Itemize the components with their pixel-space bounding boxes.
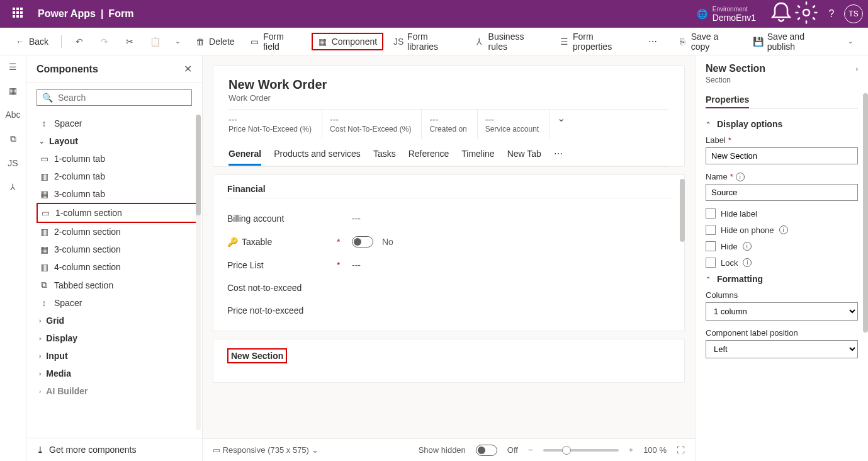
kpi-cost-nte[interactable]: ---Cost Not-To-Exceed (%) <box>330 110 422 139</box>
canvas-scrollbar-thumb[interactable] <box>680 179 685 242</box>
properties-tab[interactable]: Properties <box>706 92 749 108</box>
close-panel-icon[interactable]: ✕ <box>184 63 192 75</box>
save-chevron[interactable]: ⌄ <box>843 35 858 47</box>
field-price-list[interactable]: Price List*--- <box>227 254 670 276</box>
new-section[interactable]: New Section <box>213 339 685 383</box>
tree-display-group[interactable]: ›Display <box>37 329 197 347</box>
field-cost-nte[interactable]: Cost not-to-exceed <box>227 276 670 299</box>
cut-button[interactable]: ✂ <box>120 34 140 49</box>
lock-checkbox[interactable]: Locki <box>706 258 858 268</box>
tab-new[interactable]: New Tab <box>507 144 541 166</box>
rail-rules-icon[interactable]: ⅄ <box>10 182 16 192</box>
save-copy-button[interactable]: ⎘Save a copy <box>672 29 743 54</box>
fit-screen-icon[interactable]: ⛶ <box>677 445 685 455</box>
tree-layout-group[interactable]: ⌄Layout <box>37 132 197 150</box>
zoom-out-button[interactable]: − <box>528 445 533 455</box>
business-rules-button[interactable]: ⅄Business rules <box>470 29 549 54</box>
tree-3-column-section[interactable]: ▦3-column section <box>37 241 197 258</box>
redo-button[interactable]: ↷ <box>94 34 115 49</box>
tree-input-group[interactable]: ›Input <box>37 347 197 365</box>
tree-media-group[interactable]: ›Media <box>37 365 197 382</box>
components-panel: Components ✕ 🔍 ↕Spacer ⌄Layout ▭1-column… <box>26 55 203 461</box>
user-avatar[interactable]: TS <box>844 4 863 23</box>
kpi-price-nte[interactable]: ---Price Not-To-Exceed (%) <box>228 110 322 139</box>
paste-button[interactable]: 📋 <box>145 34 165 49</box>
environment-picker[interactable]: 🌐 EnvironmentDemoEnv1 <box>697 6 756 23</box>
rail-collapse-icon[interactable]: ☰ <box>9 62 17 72</box>
tab-tasks[interactable]: Tasks <box>373 144 396 166</box>
tree-scrollbar-thumb[interactable] <box>196 115 201 215</box>
form-entity: Work Order <box>228 93 669 103</box>
form-properties-button[interactable]: ☰Form properties <box>554 29 638 54</box>
label-field: Label* <box>706 135 858 164</box>
globe-icon: 🌐 <box>697 9 707 19</box>
name-input[interactable] <box>706 184 858 201</box>
kpi-created-on[interactable]: ---Created on <box>429 110 477 139</box>
columns-select[interactable]: 1 column <box>706 302 858 321</box>
tree-grid-group[interactable]: ›Grid <box>37 312 197 329</box>
zoom-in-button[interactable]: + <box>629 445 634 455</box>
info-icon[interactable]: i <box>743 242 752 251</box>
formatting-group[interactable]: ⌃Formatting <box>706 274 858 284</box>
show-hidden-toggle[interactable] <box>476 445 497 456</box>
tab-overflow[interactable]: ⋯ <box>554 144 563 166</box>
display-options-group[interactable]: ⌃Display options <box>706 119 858 129</box>
tree-3-column-tab[interactable]: ▦3-column tab <box>37 185 197 203</box>
component-button[interactable]: ▦Component <box>312 33 383 50</box>
info-icon[interactable]: i <box>743 258 752 267</box>
app-launcher-icon[interactable] <box>13 8 25 20</box>
zoom-slider[interactable] <box>543 449 619 452</box>
rail-tree-icon[interactable]: ⧉ <box>10 134 16 144</box>
delete-button[interactable]: 🗑Delete <box>190 34 239 49</box>
kpi-service-account[interactable]: ---Service account <box>485 110 550 139</box>
help-icon[interactable]: ? <box>819 8 844 20</box>
overflow-button[interactable]: ⋯ <box>643 34 662 49</box>
paste-chevron[interactable]: ⌄ <box>170 35 185 47</box>
responsive-indicator[interactable]: ▭ Responsive (735 x 575) ⌄ <box>213 445 318 455</box>
hide-checkbox[interactable]: Hidei <box>706 241 858 251</box>
tree-tabbed-section[interactable]: ⧉Tabbed section <box>37 276 197 294</box>
tree-1-column-tab[interactable]: ▭1-column tab <box>37 150 197 168</box>
properties-scrollbar-thumb[interactable] <box>863 93 868 333</box>
search-input[interactable] <box>58 93 186 103</box>
rail-components-icon[interactable]: ▦ <box>9 86 17 96</box>
field-taxable[interactable]: 🔑Taxable * No <box>227 230 670 254</box>
search-icon: 🔍 <box>42 93 53 103</box>
tree-ai-group[interactable]: ›AI Builder <box>37 382 197 400</box>
tab-products[interactable]: Products and services <box>274 144 361 166</box>
info-icon[interactable]: i <box>779 225 788 234</box>
form-header-card[interactable]: New Work Order Work Order ---Price Not-T… <box>213 65 685 167</box>
tree-1-column-section[interactable]: ▭1-column section <box>37 203 197 223</box>
hide-label-checkbox[interactable]: Hide label <box>706 208 858 219</box>
label-position-select[interactable]: Left <box>706 340 858 358</box>
label-input[interactable] <box>706 147 858 164</box>
rail-field-icon[interactable]: Abc <box>5 110 20 120</box>
tab-timeline[interactable]: Timeline <box>461 144 494 166</box>
tree-2-column-section[interactable]: ▥2-column section <box>37 223 197 241</box>
get-more-components[interactable]: ⤓ Get more components <box>26 438 202 461</box>
search-box[interactable]: 🔍 <box>37 89 192 106</box>
save-publish-button[interactable]: 💾Save and publish <box>748 29 838 54</box>
hide-phone-checkbox[interactable]: Hide on phonei <box>706 225 858 235</box>
undo-button[interactable]: ↶ <box>69 34 89 49</box>
form-libraries-button[interactable]: JSForm libraries <box>388 29 465 54</box>
rail-libraries-icon[interactable]: JS <box>8 158 18 168</box>
tree-spacer2[interactable]: ↕Spacer <box>37 294 197 312</box>
settings-icon[interactable] <box>794 0 819 28</box>
tree-4-column-section[interactable]: ▥4-column section <box>37 258 197 276</box>
info-icon[interactable]: i <box>736 173 745 181</box>
notifications-icon[interactable] <box>769 0 794 28</box>
taxable-toggle[interactable] <box>352 236 373 248</box>
field-billing-account[interactable]: Billing account--- <box>227 207 670 230</box>
label-position-field: Component label position Left <box>706 328 858 358</box>
kpi-chevron-icon[interactable]: ⌄ <box>557 110 575 139</box>
back-button[interactable]: ←Back <box>10 34 54 49</box>
tree-spacer[interactable]: ↕Spacer <box>37 115 197 132</box>
tab-reference[interactable]: Reference <box>409 144 449 166</box>
tree-2-column-tab[interactable]: ▥2-column tab <box>37 168 197 185</box>
properties-expand-icon[interactable]: › <box>856 65 858 72</box>
form-field-button[interactable]: ▭Form field <box>245 29 307 54</box>
tab-general[interactable]: General <box>228 144 261 166</box>
financial-section[interactable]: Financial Billing account--- 🔑Taxable * … <box>213 174 685 331</box>
field-price-nte[interactable]: Price not-to-exceed <box>227 299 670 322</box>
